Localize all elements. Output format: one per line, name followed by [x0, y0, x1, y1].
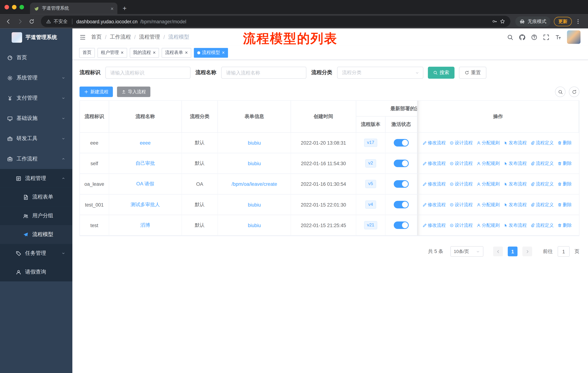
window-minimize-button[interactable] — [12, 5, 17, 10]
active-status-toggle[interactable] — [394, 180, 409, 188]
address-bar[interactable]: 不安全 dashboard.yudao.iocoder.cn/bpm/manag… — [41, 16, 510, 27]
breadcrumb-item[interactable]: 流程管理 — [139, 34, 160, 40]
process-name-link[interactable]: 滔博 — [140, 222, 150, 229]
sidebar-item-infra[interactable]: 基础设施 — [0, 108, 72, 129]
form-info-link[interactable]: biubiu — [248, 222, 261, 228]
search-button[interactable]: 搜索 — [428, 67, 454, 79]
reload-icon[interactable] — [26, 16, 37, 27]
op-edit-link[interactable]: 修改流程 — [422, 222, 446, 228]
browser-menu-icon[interactable] — [573, 16, 584, 27]
close-icon[interactable]: × — [153, 50, 156, 55]
op-delete-link[interactable]: 删除 — [557, 181, 572, 187]
import-process-button[interactable]: 导入流程 — [117, 87, 150, 97]
tab-close-icon[interactable]: × — [111, 6, 114, 11]
github-icon[interactable] — [519, 34, 525, 40]
create-process-button[interactable]: 新建流程 — [79, 87, 113, 97]
process-category-select[interactable]: 流程分类 — [337, 67, 423, 79]
tag-my-process[interactable]: 我的流程× — [130, 48, 159, 57]
op-design-link[interactable]: 设计流程 — [450, 222, 473, 228]
toggle-search-button[interactable] — [555, 87, 566, 97]
window-zoom-button[interactable] — [20, 5, 24, 10]
update-button[interactable]: 更新 — [554, 17, 572, 26]
fullscreen-icon[interactable] — [543, 34, 549, 40]
op-delete-link[interactable]: 删除 — [557, 160, 572, 167]
op-assign-rule-link[interactable]: 分配规则 — [476, 222, 500, 228]
active-status-toggle[interactable] — [394, 160, 409, 167]
sidebar-item-process-manage[interactable]: 流程管理 — [0, 169, 72, 188]
tag-tenant[interactable]: 租户管理× — [97, 48, 127, 57]
op-definition-link[interactable]: 流程定义 — [530, 140, 554, 146]
close-icon[interactable]: × — [185, 50, 188, 55]
sidebar-item-process-form[interactable]: 流程表单 — [0, 188, 72, 207]
process-name-input[interactable] — [221, 67, 306, 79]
tag-process-model[interactable]: 流程模型× — [194, 48, 228, 57]
active-status-toggle[interactable] — [394, 139, 409, 146]
op-delete-link[interactable]: 删除 — [557, 140, 572, 146]
sidebar-item-process-model[interactable]: 流程模型 — [0, 225, 72, 244]
user-avatar[interactable] — [567, 30, 580, 44]
op-edit-link[interactable]: 修改流程 — [422, 160, 446, 167]
op-definition-link[interactable]: 流程定义 — [530, 160, 554, 167]
op-design-link[interactable]: 设计流程 — [450, 160, 473, 167]
op-delete-link[interactable]: 删除 — [557, 202, 572, 208]
sidebar-item-leave-query[interactable]: 请假查询 — [0, 263, 72, 281]
op-publish-link[interactable]: 发布流程 — [504, 160, 527, 167]
active-status-toggle[interactable] — [394, 201, 409, 208]
sidebar-item-user-group[interactable]: 用户分组 — [0, 207, 72, 225]
process-name-link[interactable]: eeee — [140, 140, 151, 146]
prev-page-button[interactable] — [493, 247, 503, 256]
new-tab-button[interactable]: + — [123, 5, 127, 12]
op-design-link[interactable]: 设计流程 — [450, 140, 473, 146]
sidebar-collapse-icon[interactable] — [76, 31, 89, 43]
op-edit-link[interactable]: 修改流程 — [422, 181, 446, 187]
op-assign-rule-link[interactable]: 分配规则 — [476, 140, 500, 146]
sidebar-item-payment[interactable]: 支付管理 — [0, 88, 72, 108]
back-icon[interactable] — [3, 16, 14, 27]
page-size-select[interactable]: 10条/页 — [450, 246, 483, 257]
op-edit-link[interactable]: 修改流程 — [422, 202, 446, 208]
op-assign-rule-link[interactable]: 分配规则 — [476, 160, 500, 167]
op-publish-link[interactable]: 发布流程 — [504, 222, 527, 228]
op-design-link[interactable]: 设计流程 — [450, 202, 473, 208]
op-assign-rule-link[interactable]: 分配规则 — [476, 181, 500, 187]
breadcrumb-item[interactable]: 首页 — [91, 34, 102, 40]
op-publish-link[interactable]: 发布流程 — [504, 140, 527, 146]
browser-tab[interactable]: 芋道管理系统 × — [30, 2, 117, 14]
form-info-link[interactable]: /bpm/oa/leave/create — [232, 181, 277, 187]
current-page-button[interactable]: 1 — [508, 247, 517, 256]
window-close-button[interactable] — [5, 5, 9, 10]
op-design-link[interactable]: 设计流程 — [450, 181, 473, 187]
process-name-link[interactable]: 自己审批 — [136, 160, 155, 167]
tag-process-form[interactable]: 流程表单× — [162, 48, 191, 57]
process-name-link[interactable]: OA 请假 — [136, 181, 154, 187]
help-icon[interactable] — [531, 34, 537, 40]
refresh-table-button[interactable] — [569, 87, 579, 97]
breadcrumb-item[interactable]: 工作流程 — [110, 34, 131, 40]
sidebar-item-system[interactable]: 系统管理 — [0, 68, 72, 88]
sidebar-item-workflow[interactable]: 工作流程 — [0, 149, 72, 169]
tag-home[interactable]: 首页 — [79, 48, 95, 57]
reset-button[interactable]: 重置 — [459, 67, 486, 79]
fontsize-icon[interactable] — [555, 34, 561, 40]
op-definition-link[interactable]: 流程定义 — [530, 222, 554, 228]
form-info-link[interactable]: biubiu — [248, 161, 261, 166]
close-icon[interactable]: × — [222, 50, 225, 55]
next-page-button[interactable] — [522, 247, 532, 256]
op-assign-rule-link[interactable]: 分配规则 — [476, 202, 500, 208]
goto-page-input[interactable] — [557, 246, 570, 257]
form-info-link[interactable]: biubiu — [248, 140, 261, 146]
forward-icon[interactable] — [15, 16, 26, 27]
sidebar-item-devtools[interactable]: 研发工具 — [0, 129, 72, 149]
sidebar-item-task-manage[interactable]: 任务管理 — [0, 244, 72, 263]
op-edit-link[interactable]: 修改流程 — [422, 140, 446, 146]
active-status-toggle[interactable] — [394, 222, 409, 229]
form-info-link[interactable]: biubiu — [248, 202, 261, 207]
password-key-icon[interactable] — [492, 19, 497, 24]
bookmark-star-icon[interactable] — [500, 19, 505, 24]
search-icon[interactable] — [507, 34, 514, 40]
op-definition-link[interactable]: 流程定义 — [530, 202, 554, 208]
sidebar-item-home[interactable]: 首页 — [0, 48, 72, 68]
op-publish-link[interactable]: 发布流程 — [504, 181, 527, 187]
process-key-input[interactable] — [105, 67, 190, 79]
op-definition-link[interactable]: 流程定义 — [530, 181, 554, 187]
